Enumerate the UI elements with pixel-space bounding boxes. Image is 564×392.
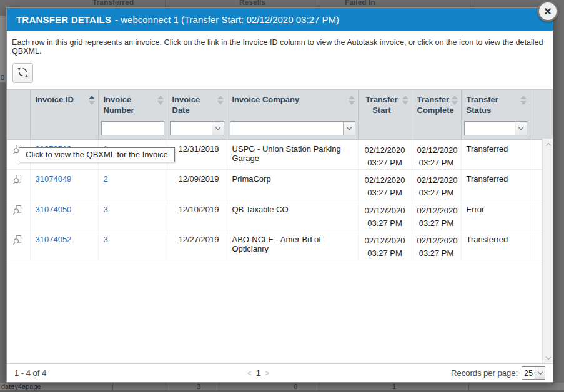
- invoice-number-link[interactable]: 2: [104, 174, 108, 184]
- column-label: Invoice ID: [36, 95, 74, 104]
- transfer-complete-cell: 02/12/2020 03:27 PM: [412, 230, 461, 260]
- dropdown-button[interactable]: [535, 367, 545, 379]
- dropdown-button[interactable]: [515, 122, 527, 135]
- refresh-button[interactable]: [12, 63, 33, 83]
- prev-page-button[interactable]: <: [247, 369, 252, 378]
- qbxml-preview-icon[interactable]: [12, 235, 24, 248]
- spacer-column-header: [530, 90, 553, 119]
- bg-text-fragment: Resells: [239, 0, 265, 6]
- filter-cell-invoice-company: [227, 119, 358, 140]
- sort-arrows[interactable]: [89, 96, 95, 105]
- column-header-invoice-number[interactable]: Invoice Number: [98, 90, 167, 119]
- filter-row: [7, 119, 553, 140]
- invoice-company-cell: PrimaCorp: [227, 170, 358, 200]
- next-page-button[interactable]: >: [265, 369, 269, 378]
- invoice-number-cell: 3: [98, 200, 167, 230]
- qbxml-preview-icon[interactable]: [12, 174, 24, 187]
- invoice-id-cell: 31074052: [30, 230, 98, 260]
- close-button[interactable]: ✕: [537, 1, 558, 22]
- dropdown-button[interactable]: [343, 122, 355, 135]
- combo-value: [230, 122, 343, 135]
- invoice-date-cell: 12/09/2019: [167, 170, 227, 200]
- invoice-id-cell: 31074049: [30, 170, 98, 200]
- column-label: Invoice Number: [104, 95, 134, 115]
- invoice-number-link[interactable]: 3: [104, 205, 108, 214]
- transfer-details-dialog: ✕ TRANSFER DETAILS - webconnect 1 (Trans…: [6, 7, 553, 383]
- invoice-date-cell: 12/10/2019: [167, 200, 227, 230]
- invoice-company-filter-select[interactable]: [230, 121, 355, 135]
- column-label: Transfer Start: [365, 95, 397, 115]
- vertical-scrollbar[interactable]: [542, 139, 553, 363]
- records-per-page-select[interactable]: 25: [522, 366, 545, 380]
- scroll-up-button[interactable]: [543, 139, 553, 149]
- chevron-down-icon: [537, 370, 542, 375]
- filter-cell-invoice-number: [98, 119, 167, 140]
- chevron-down-icon: [545, 355, 550, 360]
- column-header-transfer-start[interactable]: Transfer Start: [358, 90, 412, 119]
- filter-cell-transfer-complete: [412, 119, 461, 140]
- column-header-transfer-status[interactable]: Transfer Status: [461, 90, 530, 119]
- qbxml-cell: [7, 230, 30, 260]
- invoice-company-cell: QB Taxable CO: [227, 200, 358, 230]
- transfer-status-cell: Transferred: [461, 140, 530, 170]
- sort-desc-icon: [89, 101, 95, 105]
- sort-arrows[interactable]: [217, 96, 224, 105]
- sort-desc-icon: [217, 101, 224, 105]
- sort-arrows[interactable]: [157, 96, 164, 105]
- transfer-status-cell: Error: [461, 200, 530, 230]
- invoice-table: Invoice ID Invoice Number Invoice Date I…: [7, 90, 553, 260]
- column-label: Invoice Date: [172, 95, 200, 115]
- invoice-date-cell: 12/27/2019: [167, 230, 227, 260]
- column-label: Transfer Status: [467, 95, 498, 115]
- current-page-number[interactable]: 1: [256, 368, 260, 378]
- invoice-id-link[interactable]: 31074049: [36, 174, 72, 184]
- bg-table-line: [165, 0, 166, 7]
- invoice-number-link[interactable]: 3: [104, 235, 108, 244]
- bg-text-fragment: 0: [1, 74, 4, 81]
- column-header-transfer-complete[interactable]: Transfer Complete: [412, 90, 461, 119]
- filter-cell-empty: [7, 119, 30, 140]
- invoice-number-filter-input[interactable]: [101, 121, 164, 135]
- header-row: Invoice ID Invoice Number Invoice Date I…: [7, 90, 553, 119]
- grid-toolbar: [7, 57, 553, 89]
- invoice-number-cell: 3: [98, 230, 167, 260]
- transfer-start-cell: 02/12/2020 03:27 PM: [358, 230, 412, 260]
- sort-desc-icon: [520, 101, 527, 105]
- transfer-status-filter-select[interactable]: [464, 121, 527, 135]
- column-header-invoice-date[interactable]: Invoice Date: [167, 90, 227, 119]
- column-label: Transfer Complete: [417, 95, 454, 115]
- invoice-company-cell: ABO-NCLE - Amer Bd of Opticianry: [227, 230, 358, 260]
- transfer-start-cell: 02/12/2020 03:27 PM: [358, 170, 412, 200]
- dialog-title: TRANSFER DETAILS: [16, 14, 111, 25]
- qbxml-preview-icon[interactable]: [12, 205, 24, 218]
- sort-arrows[interactable]: [452, 96, 458, 105]
- invoice-date-cell: 12/31/2018: [167, 140, 227, 170]
- transfer-status-cell: Transferred: [461, 170, 530, 200]
- column-header-invoice-company[interactable]: Invoice Company: [227, 90, 358, 119]
- invoice-date-filter-select[interactable]: [170, 121, 224, 135]
- grid-description: Each row in this grid represents an invo…: [7, 31, 553, 57]
- filter-cell-spacer: [530, 119, 553, 140]
- invoice-id-link[interactable]: 31074052: [36, 235, 72, 244]
- sort-arrows[interactable]: [520, 96, 527, 105]
- table-row: 31074052 3 12/27/2019 ABO-NCLE - Amer Bd…: [7, 230, 553, 260]
- bg-text-fragment: Failed In: [345, 0, 375, 6]
- filter-cell-invoice-id: [30, 119, 98, 140]
- chevron-down-icon: [215, 125, 220, 130]
- invoice-grid: Invoice ID Invoice Number Invoice Date I…: [7, 89, 553, 363]
- column-header-invoice-id[interactable]: Invoice ID: [30, 90, 98, 119]
- scroll-down-button[interactable]: [543, 353, 553, 363]
- invoice-company-cell: USPG - Union Station Parking Garage: [227, 140, 358, 170]
- sort-arrows[interactable]: [349, 96, 355, 105]
- bg-text-fragment: Transferred: [92, 0, 134, 6]
- sort-desc-icon: [402, 101, 408, 105]
- chevron-down-icon: [518, 125, 523, 130]
- dropdown-button[interactable]: [212, 122, 224, 135]
- sort-asc-icon: [402, 96, 408, 99]
- qbxml-cell: [7, 200, 30, 230]
- sort-asc-icon: [157, 96, 164, 99]
- invoice-id-link[interactable]: 31074050: [36, 205, 72, 214]
- record-range-label: 1 - 4 of 4: [14, 368, 46, 378]
- sort-arrows[interactable]: [402, 96, 408, 105]
- column-label: Invoice Company: [232, 95, 300, 104]
